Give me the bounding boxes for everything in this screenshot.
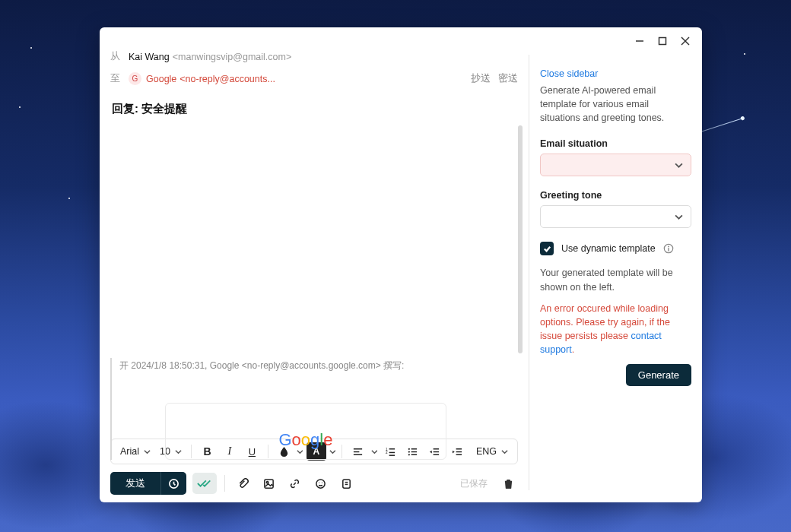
note-icon	[341, 478, 352, 489]
schedule-send-button[interactable]	[160, 472, 186, 495]
trash-icon	[503, 478, 514, 489]
close-button[interactable]	[679, 35, 691, 47]
chevron-down-icon	[675, 213, 683, 221]
body-scrollbar[interactable]	[518, 125, 523, 432]
paperclip-icon	[237, 478, 249, 489]
svg-rect-30	[342, 479, 349, 487]
dynamic-template-label: Use dynamic template	[561, 243, 656, 254]
ai-sidebar: Close sidebar Generate AI-powered email …	[529, 55, 702, 490]
tone-select[interactable]	[540, 205, 691, 228]
discard-button[interactable]	[498, 474, 518, 492]
insert-link-button[interactable]	[284, 474, 304, 492]
sidebar-note: Your generated template will be shown on…	[540, 266, 691, 293]
tone-label: Greeting tone	[540, 190, 691, 201]
chevron-down-icon	[675, 161, 683, 169]
emoji-button[interactable]	[310, 474, 330, 492]
cc-button[interactable]: 抄送	[471, 72, 491, 85]
svg-rect-1	[659, 38, 666, 45]
template-button[interactable]	[336, 474, 356, 492]
saved-status: 已保存	[460, 477, 488, 490]
dynamic-template-checkbox[interactable]	[540, 242, 554, 255]
svg-point-27	[316, 479, 324, 487]
check-icon	[543, 245, 551, 253]
insert-image-button[interactable]	[259, 474, 278, 492]
clock-icon	[168, 478, 179, 489]
to-row[interactable]: 至 G Google <no-reply@accounts... 抄送 密送	[110, 68, 518, 90]
action-bar: 发送 已保存	[110, 464, 518, 495]
google-logo: Google	[278, 430, 332, 450]
maximize-button[interactable]	[656, 35, 669, 47]
generate-button[interactable]: Generate	[626, 364, 691, 386]
attach-button[interactable]	[233, 474, 253, 492]
quoted-block: 开 2024/1/8 18:50:31, Google <no-reply@ac…	[110, 358, 513, 460]
info-icon[interactable]	[663, 243, 674, 254]
email-body[interactable]: 开 2024/1/8 18:50:31, Google <no-reply@ac…	[110, 125, 518, 432]
image-icon	[263, 478, 275, 489]
to-address: <no-reply@accounts...	[179, 74, 275, 84]
link-icon	[289, 478, 300, 489]
double-check-icon	[197, 478, 212, 489]
quoted-logo-card: Google	[165, 403, 446, 460]
subject-field[interactable]: 回复: 安全提醒	[110, 90, 518, 122]
svg-rect-35	[668, 249, 669, 252]
svg-point-29	[321, 482, 322, 483]
send-button[interactable]: 发送	[110, 472, 160, 495]
sidebar-error: An error occured while loading options. …	[540, 302, 691, 357]
to-label: 至	[110, 72, 129, 85]
from-address: <manwingsvip@gmail.com>	[173, 52, 292, 62]
svg-point-26	[266, 481, 268, 483]
sidebar-description: Generate AI-powered email template for v…	[540, 84, 691, 125]
from-name: Kai Wang	[129, 52, 170, 62]
quoted-header: 开 2024/1/8 18:50:31, Google <no-reply@ac…	[119, 359, 513, 372]
bcc-button[interactable]: 密送	[498, 72, 518, 85]
situation-label: Email situation	[540, 138, 691, 149]
window-controls	[623, 27, 702, 55]
to-name: Google	[146, 74, 176, 84]
compose-window: 从 Kai Wang <manwingsvip@gmail.com> 至 G G…	[100, 27, 702, 502]
close-sidebar-link[interactable]: Close sidebar	[540, 68, 598, 79]
from-label: 从	[110, 50, 129, 63]
minimize-button[interactable]	[634, 35, 646, 47]
recipient-avatar: G	[129, 72, 141, 85]
from-row: 从 Kai Wang <manwingsvip@gmail.com>	[110, 46, 518, 68]
svg-point-34	[668, 246, 669, 248]
smile-icon	[315, 478, 326, 489]
compose-pane: 从 Kai Wang <manwingsvip@gmail.com> 至 G G…	[100, 27, 529, 502]
read-receipt-button[interactable]	[192, 473, 217, 494]
svg-point-28	[319, 482, 319, 483]
situation-select[interactable]	[540, 154, 691, 176]
